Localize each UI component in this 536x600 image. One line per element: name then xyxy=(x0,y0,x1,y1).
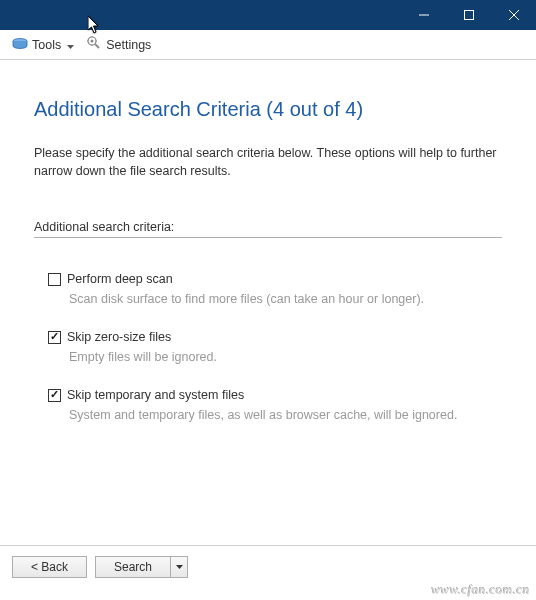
minimize-button[interactable] xyxy=(401,0,446,30)
wizard-footer: < Back Search xyxy=(0,545,536,578)
settings-menu[interactable]: Settings xyxy=(82,33,155,56)
deep-scan-checkbox[interactable] xyxy=(48,273,61,286)
section-label: Additional search criteria: xyxy=(34,220,502,238)
skip-zero-checkbox[interactable] xyxy=(48,331,61,344)
skip-temp-checkbox[interactable] xyxy=(48,389,61,402)
app-toolbar: Tools Settings xyxy=(0,30,536,60)
search-dropdown-button[interactable] xyxy=(170,556,188,578)
skip-zero-desc: Empty files will be ignored. xyxy=(69,350,502,364)
close-button[interactable] xyxy=(491,0,536,30)
instruction-text: Please specify the additional search cri… xyxy=(34,145,502,180)
option-deep-scan: Perform deep scan Scan disk surface to f… xyxy=(48,272,502,306)
deep-scan-desc: Scan disk surface to find more files (ca… xyxy=(69,292,502,306)
tools-menu-label: Tools xyxy=(32,38,61,52)
page-title: Additional Search Criteria (4 out of 4) xyxy=(34,98,502,121)
gear-search-icon xyxy=(86,35,102,54)
search-button-group: Search xyxy=(95,556,188,578)
chevron-down-icon xyxy=(67,38,74,52)
back-button[interactable]: < Back xyxy=(12,556,87,578)
maximize-button[interactable] xyxy=(446,0,491,30)
drive-icon xyxy=(12,38,28,52)
tools-menu[interactable]: Tools xyxy=(8,36,78,54)
deep-scan-label: Perform deep scan xyxy=(67,272,173,286)
svg-point-6 xyxy=(91,40,94,43)
svg-rect-1 xyxy=(464,11,473,20)
search-button[interactable]: Search xyxy=(95,556,170,578)
skip-temp-desc: System and temporary files, as well as b… xyxy=(69,408,502,422)
skip-zero-label: Skip zero-size files xyxy=(67,330,171,344)
option-skip-zero: Skip zero-size files Empty files will be… xyxy=(48,330,502,364)
svg-line-7 xyxy=(95,44,99,48)
watermark-text: www.cfan.com.cn xyxy=(431,582,530,598)
main-content: Additional Search Criteria (4 out of 4) … xyxy=(0,60,536,422)
option-skip-temp: Skip temporary and system files System a… xyxy=(48,388,502,422)
window-titlebar xyxy=(0,0,536,30)
chevron-down-icon xyxy=(176,565,183,569)
settings-menu-label: Settings xyxy=(106,38,151,52)
skip-temp-label: Skip temporary and system files xyxy=(67,388,244,402)
